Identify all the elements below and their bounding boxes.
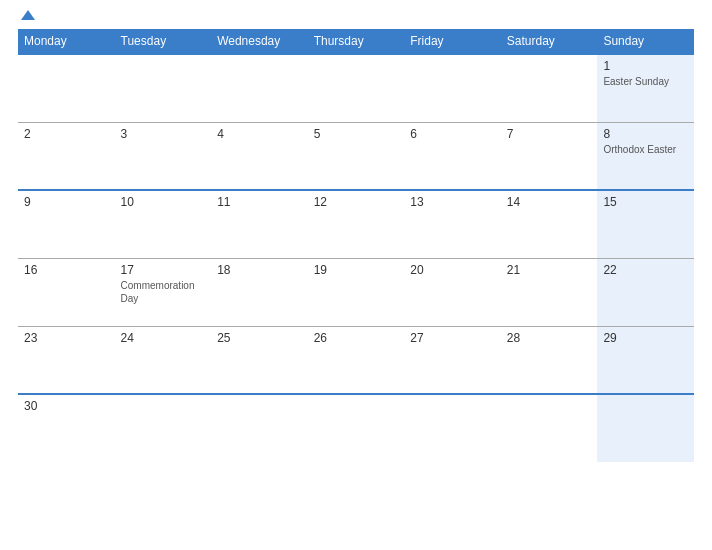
calendar-cell (115, 54, 212, 122)
day-number: 5 (314, 127, 399, 141)
logo (18, 10, 35, 21)
day-event: Orthodox Easter (603, 143, 688, 156)
calendar-cell: 3 (115, 122, 212, 190)
calendar-cell: 30 (18, 394, 115, 462)
calendar-cell: 6 (404, 122, 501, 190)
calendar-cell: 25 (211, 326, 308, 394)
day-number: 8 (603, 127, 688, 141)
calendar-cell: 11 (211, 190, 308, 258)
calendar-cell: 24 (115, 326, 212, 394)
calendar-cell (211, 394, 308, 462)
day-number: 14 (507, 195, 592, 209)
calendar-row: 30 (18, 394, 694, 462)
day-number: 7 (507, 127, 592, 141)
calendar-cell: 4 (211, 122, 308, 190)
calendar-row: 1Easter Sunday (18, 54, 694, 122)
calendar-cell: 13 (404, 190, 501, 258)
day-number: 4 (217, 127, 302, 141)
day-number: 21 (507, 263, 592, 277)
day-number: 3 (121, 127, 206, 141)
day-number: 10 (121, 195, 206, 209)
weekday-wednesday: Wednesday (211, 29, 308, 54)
calendar-row: 1617Commemoration Day1819202122 (18, 258, 694, 326)
calendar-cell: 12 (308, 190, 405, 258)
calendar-cell: 5 (308, 122, 405, 190)
calendar-cell: 17Commemoration Day (115, 258, 212, 326)
calendar-cell: 10 (115, 190, 212, 258)
calendar-cell: 18 (211, 258, 308, 326)
day-number: 26 (314, 331, 399, 345)
day-number: 9 (24, 195, 109, 209)
calendar-cell (211, 54, 308, 122)
day-number: 23 (24, 331, 109, 345)
day-number: 17 (121, 263, 206, 277)
logo-triangle-icon (21, 10, 35, 20)
calendar-cell: 27 (404, 326, 501, 394)
weekday-sunday: Sunday (597, 29, 694, 54)
day-number: 29 (603, 331, 688, 345)
calendar-cell (597, 394, 694, 462)
weekday-header-row: MondayTuesdayWednesdayThursdayFridaySatu… (18, 29, 694, 54)
day-number: 11 (217, 195, 302, 209)
day-event: Commemoration Day (121, 279, 206, 305)
day-number: 20 (410, 263, 495, 277)
calendar-cell: 22 (597, 258, 694, 326)
calendar-cell: 14 (501, 190, 598, 258)
calendar-page: MondayTuesdayWednesdayThursdayFridaySatu… (0, 0, 712, 550)
day-number: 1 (603, 59, 688, 73)
day-number: 22 (603, 263, 688, 277)
day-number: 13 (410, 195, 495, 209)
calendar-row: 2345678Orthodox Easter (18, 122, 694, 190)
calendar-cell (308, 394, 405, 462)
calendar-cell: 23 (18, 326, 115, 394)
calendar-cell: 28 (501, 326, 598, 394)
day-event: Easter Sunday (603, 75, 688, 88)
day-number: 6 (410, 127, 495, 141)
calendar-cell: 26 (308, 326, 405, 394)
calendar-cell: 15 (597, 190, 694, 258)
calendar-cell (115, 394, 212, 462)
calendar-cell: 1Easter Sunday (597, 54, 694, 122)
day-number: 25 (217, 331, 302, 345)
calendar-table: MondayTuesdayWednesdayThursdayFridaySatu… (18, 29, 694, 462)
weekday-monday: Monday (18, 29, 115, 54)
day-number: 19 (314, 263, 399, 277)
calendar-cell (404, 54, 501, 122)
weekday-thursday: Thursday (308, 29, 405, 54)
day-number: 28 (507, 331, 592, 345)
day-number: 30 (24, 399, 109, 413)
day-number: 27 (410, 331, 495, 345)
day-number: 12 (314, 195, 399, 209)
day-number: 18 (217, 263, 302, 277)
day-number: 15 (603, 195, 688, 209)
weekday-saturday: Saturday (501, 29, 598, 54)
calendar-cell: 8Orthodox Easter (597, 122, 694, 190)
calendar-cell: 29 (597, 326, 694, 394)
calendar-cell (404, 394, 501, 462)
weekday-tuesday: Tuesday (115, 29, 212, 54)
calendar-cell (501, 394, 598, 462)
calendar-cell: 9 (18, 190, 115, 258)
calendar-cell: 2 (18, 122, 115, 190)
calendar-cell: 20 (404, 258, 501, 326)
calendar-cell (501, 54, 598, 122)
weekday-friday: Friday (404, 29, 501, 54)
day-number: 2 (24, 127, 109, 141)
calendar-cell: 16 (18, 258, 115, 326)
calendar-cell: 21 (501, 258, 598, 326)
calendar-cell (308, 54, 405, 122)
calendar-cell: 19 (308, 258, 405, 326)
calendar-row: 23242526272829 (18, 326, 694, 394)
calendar-row: 9101112131415 (18, 190, 694, 258)
calendar-cell: 7 (501, 122, 598, 190)
header (18, 10, 694, 21)
calendar-cell (18, 54, 115, 122)
day-number: 16 (24, 263, 109, 277)
day-number: 24 (121, 331, 206, 345)
